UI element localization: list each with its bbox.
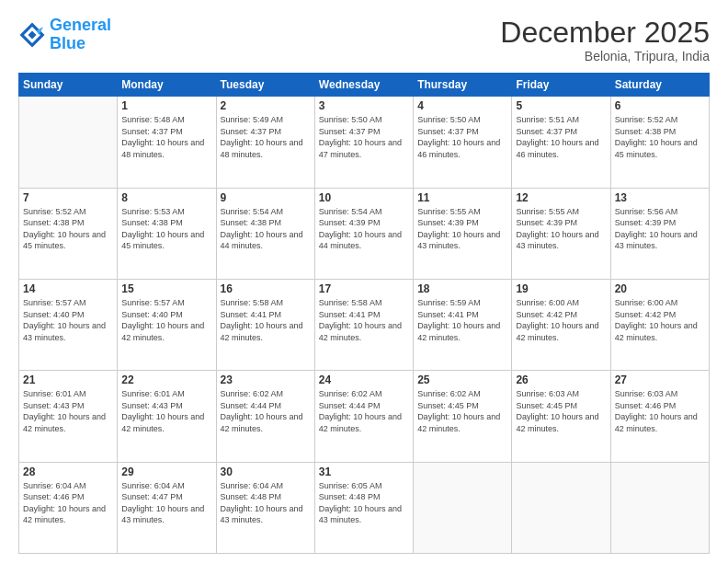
day-info: Sunrise: 6:01 AMSunset: 4:43 PMDaylight:… (121, 388, 211, 434)
day-number: 29 (121, 465, 211, 478)
day-number: 5 (516, 99, 606, 112)
day-info: Sunrise: 5:50 AMSunset: 4:37 PMDaylight:… (417, 114, 507, 160)
day-info: Sunrise: 6:04 AMSunset: 4:46 PMDaylight:… (23, 480, 113, 526)
month-title: December 2025 (500, 17, 710, 49)
col-sunday: Sunday (19, 74, 118, 97)
calendar-week-row: 7Sunrise: 5:52 AMSunset: 4:38 PMDaylight… (19, 188, 710, 279)
calendar-cell: 16Sunrise: 5:58 AMSunset: 4:41 PMDayligh… (216, 279, 314, 370)
day-number: 18 (417, 282, 507, 295)
day-number: 26 (516, 373, 606, 386)
calendar-cell: 31Sunrise: 6:05 AMSunset: 4:48 PMDayligh… (314, 462, 413, 553)
calendar-cell: 28Sunrise: 6:04 AMSunset: 4:46 PMDayligh… (19, 462, 118, 553)
page: General Blue December 2025 Belonia, Trip… (0, 0, 728, 563)
day-info: Sunrise: 5:50 AMSunset: 4:37 PMDaylight:… (319, 114, 409, 160)
calendar-cell: 29Sunrise: 6:04 AMSunset: 4:47 PMDayligh… (118, 462, 216, 553)
day-info: Sunrise: 5:58 AMSunset: 4:41 PMDaylight:… (221, 297, 311, 343)
day-number: 13 (615, 191, 705, 204)
day-number: 20 (615, 282, 705, 295)
logo-line1: General (50, 16, 111, 34)
day-number: 16 (221, 282, 311, 295)
day-number: 8 (121, 191, 211, 204)
day-info: Sunrise: 5:56 AMSunset: 4:39 PMDaylight:… (615, 206, 705, 252)
day-number: 3 (319, 99, 409, 112)
day-number: 12 (516, 191, 606, 204)
calendar-cell: 26Sunrise: 6:03 AMSunset: 4:45 PMDayligh… (512, 371, 610, 462)
day-number: 15 (121, 282, 211, 295)
calendar-cell: 24Sunrise: 6:02 AMSunset: 4:44 PMDayligh… (314, 371, 413, 462)
location: Belonia, Tripura, India (500, 49, 710, 63)
day-number: 6 (615, 99, 705, 112)
day-info: Sunrise: 6:05 AMSunset: 4:48 PMDaylight:… (319, 480, 409, 526)
calendar-cell: 13Sunrise: 5:56 AMSunset: 4:39 PMDayligh… (610, 188, 709, 279)
calendar-cell: 18Sunrise: 5:59 AMSunset: 4:41 PMDayligh… (414, 279, 512, 370)
day-info: Sunrise: 5:57 AMSunset: 4:40 PMDaylight:… (23, 297, 113, 343)
day-number: 2 (221, 99, 311, 112)
logo: General Blue (18, 17, 111, 53)
day-number: 30 (221, 465, 311, 478)
calendar-cell: 23Sunrise: 6:02 AMSunset: 4:44 PMDayligh… (216, 371, 314, 462)
col-thursday: Thursday (414, 74, 512, 97)
calendar-cell: 22Sunrise: 6:01 AMSunset: 4:43 PMDayligh… (118, 371, 216, 462)
day-number: 22 (121, 373, 211, 386)
day-number: 23 (221, 373, 311, 386)
calendar-cell: 7Sunrise: 5:52 AMSunset: 4:38 PMDaylight… (19, 188, 118, 279)
calendar-cell: 9Sunrise: 5:54 AMSunset: 4:38 PMDaylight… (216, 188, 314, 279)
calendar-week-row: 1Sunrise: 5:48 AMSunset: 4:37 PMDaylight… (19, 97, 710, 188)
day-info: Sunrise: 6:02 AMSunset: 4:44 PMDaylight:… (319, 388, 409, 434)
day-number: 27 (615, 373, 705, 386)
calendar-cell: 30Sunrise: 6:04 AMSunset: 4:48 PMDayligh… (216, 462, 314, 553)
calendar-cell: 25Sunrise: 6:02 AMSunset: 4:45 PMDayligh… (414, 371, 512, 462)
col-saturday: Saturday (610, 74, 709, 97)
calendar-cell (512, 462, 610, 553)
day-info: Sunrise: 5:55 AMSunset: 4:39 PMDaylight:… (417, 206, 507, 252)
calendar-cell: 10Sunrise: 5:54 AMSunset: 4:39 PMDayligh… (314, 188, 413, 279)
day-info: Sunrise: 6:04 AMSunset: 4:48 PMDaylight:… (221, 480, 311, 526)
logo-line2: Blue (50, 34, 85, 52)
calendar-cell: 21Sunrise: 6:01 AMSunset: 4:43 PMDayligh… (19, 371, 118, 462)
calendar-cell: 17Sunrise: 5:58 AMSunset: 4:41 PMDayligh… (314, 279, 413, 370)
calendar-week-row: 21Sunrise: 6:01 AMSunset: 4:43 PMDayligh… (19, 371, 710, 462)
day-number: 10 (319, 191, 409, 204)
day-info: Sunrise: 6:00 AMSunset: 4:42 PMDaylight:… (615, 297, 705, 343)
day-info: Sunrise: 6:03 AMSunset: 4:45 PMDaylight:… (516, 388, 606, 434)
col-tuesday: Tuesday (216, 74, 314, 97)
day-info: Sunrise: 6:03 AMSunset: 4:46 PMDaylight:… (615, 388, 705, 434)
day-info: Sunrise: 5:59 AMSunset: 4:41 PMDaylight:… (417, 297, 507, 343)
title-block: December 2025 Belonia, Tripura, India (500, 17, 710, 63)
day-number: 4 (417, 99, 507, 112)
day-info: Sunrise: 6:00 AMSunset: 4:42 PMDaylight:… (516, 297, 606, 343)
logo-text: General Blue (50, 17, 111, 53)
calendar-cell: 3Sunrise: 5:50 AMSunset: 4:37 PMDaylight… (314, 97, 413, 188)
calendar-cell: 11Sunrise: 5:55 AMSunset: 4:39 PMDayligh… (414, 188, 512, 279)
day-info: Sunrise: 5:57 AMSunset: 4:40 PMDaylight:… (121, 297, 211, 343)
day-info: Sunrise: 5:53 AMSunset: 4:38 PMDaylight:… (121, 206, 211, 252)
day-info: Sunrise: 5:52 AMSunset: 4:38 PMDaylight:… (23, 206, 113, 252)
day-number: 28 (23, 465, 113, 478)
calendar-cell: 20Sunrise: 6:00 AMSunset: 4:42 PMDayligh… (610, 279, 709, 370)
calendar-cell (414, 462, 512, 553)
calendar-cell: 1Sunrise: 5:48 AMSunset: 4:37 PMDaylight… (118, 97, 216, 188)
calendar-cell: 27Sunrise: 6:03 AMSunset: 4:46 PMDayligh… (610, 371, 709, 462)
day-number: 17 (319, 282, 409, 295)
calendar-cell (19, 97, 118, 188)
day-info: Sunrise: 5:49 AMSunset: 4:37 PMDaylight:… (221, 114, 311, 160)
calendar-week-row: 14Sunrise: 5:57 AMSunset: 4:40 PMDayligh… (19, 279, 710, 370)
calendar-cell: 6Sunrise: 5:52 AMSunset: 4:38 PMDaylight… (610, 97, 709, 188)
logo-icon (18, 21, 46, 49)
calendar-header-row: Sunday Monday Tuesday Wednesday Thursday… (19, 74, 710, 97)
day-info: Sunrise: 5:48 AMSunset: 4:37 PMDaylight:… (121, 114, 211, 160)
day-info: Sunrise: 6:02 AMSunset: 4:44 PMDaylight:… (221, 388, 311, 434)
day-number: 14 (23, 282, 113, 295)
day-info: Sunrise: 5:52 AMSunset: 4:38 PMDaylight:… (615, 114, 705, 160)
day-info: Sunrise: 6:02 AMSunset: 4:45 PMDaylight:… (417, 388, 507, 434)
calendar-cell: 14Sunrise: 5:57 AMSunset: 4:40 PMDayligh… (19, 279, 118, 370)
day-info: Sunrise: 5:55 AMSunset: 4:39 PMDaylight:… (516, 206, 606, 252)
day-info: Sunrise: 5:51 AMSunset: 4:37 PMDaylight:… (516, 114, 606, 160)
day-info: Sunrise: 6:01 AMSunset: 4:43 PMDaylight:… (23, 388, 113, 434)
col-monday: Monday (118, 74, 216, 97)
calendar-cell: 2Sunrise: 5:49 AMSunset: 4:37 PMDaylight… (216, 97, 314, 188)
calendar-cell: 5Sunrise: 5:51 AMSunset: 4:37 PMDaylight… (512, 97, 610, 188)
day-number: 25 (417, 373, 507, 386)
calendar-week-row: 28Sunrise: 6:04 AMSunset: 4:46 PMDayligh… (19, 462, 710, 553)
day-number: 9 (221, 191, 311, 204)
